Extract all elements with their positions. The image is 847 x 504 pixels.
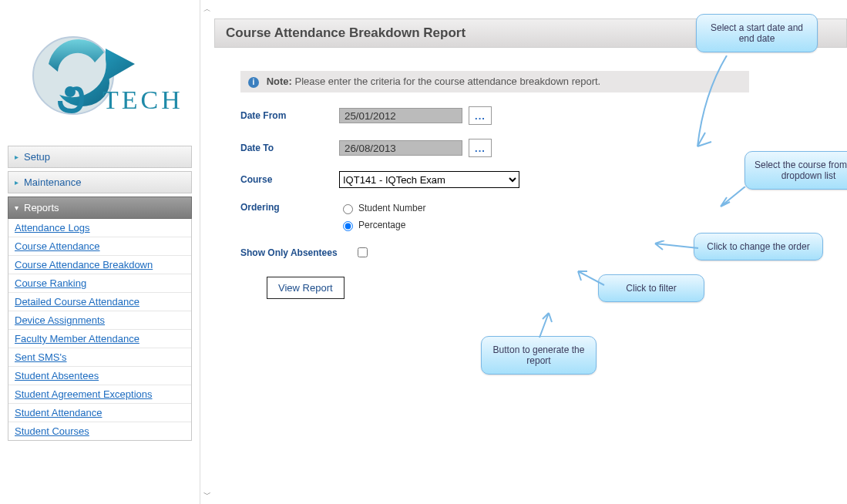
chevron-right-icon: ▸	[15, 178, 24, 186]
nav-link-course-ranking[interactable]: Course Ranking	[8, 274, 191, 293]
chevron-right-icon: ▸	[15, 153, 24, 161]
date-from-label: Date From	[240, 110, 339, 121]
note-text: Please enter the criteria for the course…	[294, 76, 600, 87]
nav-maintenance-label: Maintenance	[24, 176, 185, 188]
callout-pointer-icon	[654, 240, 700, 254]
nav-link-course-attendance[interactable]: Course Attendance	[8, 237, 191, 256]
callout-filter: Click to filter	[598, 274, 704, 302]
scroll-down-icon[interactable]: ﹀	[203, 490, 212, 499]
callout-dates: Select a start date and end date	[696, 14, 818, 52]
nav-link-detailed-course-attendance[interactable]: Detailed Course Attendance	[8, 293, 191, 311]
callout-order: Click to change the order	[694, 233, 823, 260]
ordering-radio-percentage[interactable]	[343, 221, 353, 231]
course-select[interactable]: IQT141 - IQTech Exam	[339, 171, 519, 188]
nav-maintenance[interactable]: ▸ Maintenance	[8, 171, 192, 193]
chevron-down-icon: ▾	[15, 203, 24, 212]
vertical-scroll-markers: ︿ ﹀	[200, 0, 214, 504]
absentees-checkbox[interactable]	[358, 247, 368, 257]
date-to-label: Date To	[240, 143, 339, 153]
scroll-up-icon[interactable]: ︿	[203, 5, 212, 14]
date-from-input[interactable]	[339, 108, 462, 123]
course-label: Course	[240, 174, 339, 185]
nav-setup-label: Setup	[24, 151, 185, 163]
nav-reports[interactable]: ▾ Reports	[8, 197, 192, 219]
ordering-percentage[interactable]: Percentage	[339, 219, 425, 231]
date-from-picker-button[interactable]: ...	[469, 106, 492, 125]
nav-setup[interactable]: ▸ Setup	[8, 146, 192, 168]
absentees-label: Show Only Absentees	[240, 247, 355, 258]
ordering-radio-student-number[interactable]	[343, 204, 353, 214]
sidebar: TECH ▸ Setup ▸ Maintenance ▾ Reports Att…	[0, 0, 200, 504]
nav-link-student-absentees[interactable]: Student Absentees	[8, 367, 191, 385]
callout-course: Select the course from the dropdown list	[744, 151, 847, 190]
ordering-option-0: Student Number	[358, 203, 425, 213]
ordering-option-1: Percentage	[358, 220, 405, 230]
nav-link-sent-sms[interactable]: Sent SMS's	[8, 348, 191, 367]
note-prefix: Note:	[267, 76, 292, 87]
nav-link-student-agreement-exceptions[interactable]: Student Agreement Exceptions	[8, 385, 191, 404]
nav-reports-label: Reports	[24, 202, 185, 213]
nav-link-course-attendance-breakdown[interactable]: Course Attendance Breakdown	[8, 256, 191, 274]
callout-pointer-icon	[538, 311, 553, 339]
callout-pointer-icon	[719, 186, 750, 210]
nav: ▸ Setup ▸ Maintenance ▾ Reports Attendan…	[8, 146, 192, 441]
nav-reports-sub: Attendance Logs Course Attendance Course…	[8, 219, 192, 441]
main: Course Attendance Breakdown Report i Not…	[214, 0, 847, 504]
brand-logo: TECH	[0, 0, 200, 143]
nav-link-student-courses[interactable]: Student Courses	[8, 422, 191, 440]
nav-link-student-attendance[interactable]: Student Attendance	[8, 404, 191, 422]
date-to-picker-button[interactable]: ...	[469, 139, 492, 157]
ordering-label: Ordering	[240, 202, 339, 213]
note-bar: i Note: Please enter the criteria for th…	[240, 71, 749, 92]
callout-pointer-icon	[576, 270, 607, 288]
nav-link-attendance-logs[interactable]: Attendance Logs	[8, 219, 191, 237]
ordering-radio-group: Student Number Percentage	[339, 202, 425, 231]
ordering-student-number[interactable]: Student Number	[339, 202, 425, 214]
nav-link-device-assignments[interactable]: Device Assignments	[8, 311, 191, 330]
date-to-input[interactable]	[339, 140, 462, 156]
callout-button: Button to generate the report	[481, 336, 597, 375]
info-icon: i	[248, 77, 259, 88]
brand-text: TECH	[103, 86, 181, 114]
callout-pointer-icon	[696, 55, 742, 148]
view-report-button[interactable]: View Report	[267, 277, 345, 299]
nav-link-faculty-member-attendance[interactable]: Faculty Member Attendance	[8, 330, 191, 348]
